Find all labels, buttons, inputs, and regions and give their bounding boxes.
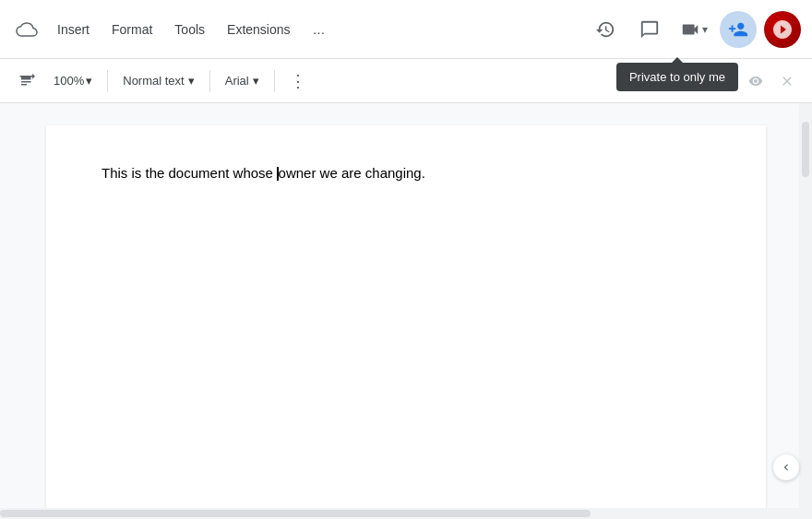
paint-format-button[interactable] [11, 65, 42, 97]
more-toolbar-button[interactable]: ⋮ [282, 65, 314, 97]
history-button[interactable] [587, 11, 624, 48]
font-drop-icon: ▾ [253, 74, 259, 88]
text-style-drop-icon: ▾ [188, 74, 195, 88]
menu-more[interactable]: … [304, 17, 335, 42]
bottom-scroll-thumb[interactable] [0, 510, 591, 517]
zoom-value: 100% [54, 74, 84, 88]
text-style-value: Normal text [123, 74, 184, 88]
menu-tools[interactable]: Tools [165, 17, 214, 42]
toolbar-view-icon[interactable] [742, 67, 770, 95]
menu-bar: Insert Format Tools Extensions … [48, 17, 587, 42]
scrollbar-thumb[interactable] [802, 122, 809, 177]
meet-button[interactable]: ▾ [675, 11, 712, 48]
toolbar-divider-3 [274, 70, 275, 92]
scrollbar-right[interactable] [799, 103, 812, 508]
collapse-panel-button[interactable] [773, 454, 799, 480]
menu-insert[interactable]: Insert [48, 17, 99, 42]
toolbar-divider-1 [107, 70, 108, 92]
menu-format[interactable]: Format [102, 17, 161, 42]
zoom-control[interactable]: 100% ▾ [46, 69, 100, 92]
comments-button[interactable] [631, 11, 668, 48]
font-value: Arial [225, 74, 249, 88]
share-tooltip: Private to only me [616, 63, 738, 91]
top-bar: Insert Format Tools Extensions … ▾ [0, 0, 812, 59]
more-icon: ⋮ [290, 71, 306, 91]
document-page[interactable]: This is the document whose owner we are … [46, 125, 766, 508]
font-select[interactable]: Arial ▾ [218, 69, 267, 92]
doc-text-before: This is the document whose [102, 165, 277, 181]
cloud-icon [11, 15, 41, 44]
meet-chevron: ▾ [702, 23, 708, 36]
avatar-inner [764, 11, 801, 48]
document-text[interactable]: This is the document whose owner we are … [102, 162, 710, 184]
share-button[interactable] [720, 11, 757, 48]
bottom-scrollbar[interactable] [0, 508, 812, 519]
top-right-icons: ▾ [587, 11, 801, 48]
user-avatar[interactable] [764, 11, 801, 48]
text-style-select[interactable]: Normal text ▾ [115, 69, 201, 92]
toolbar-divider-2 [209, 70, 210, 92]
doc-text-after: owner we are changing. [279, 165, 425, 181]
toolbar-close-icon[interactable] [773, 67, 801, 95]
document-area: This is the document whose owner we are … [0, 103, 812, 508]
zoom-drop-icon: ▾ [86, 74, 92, 88]
menu-extensions[interactable]: Extensions [218, 17, 299, 42]
